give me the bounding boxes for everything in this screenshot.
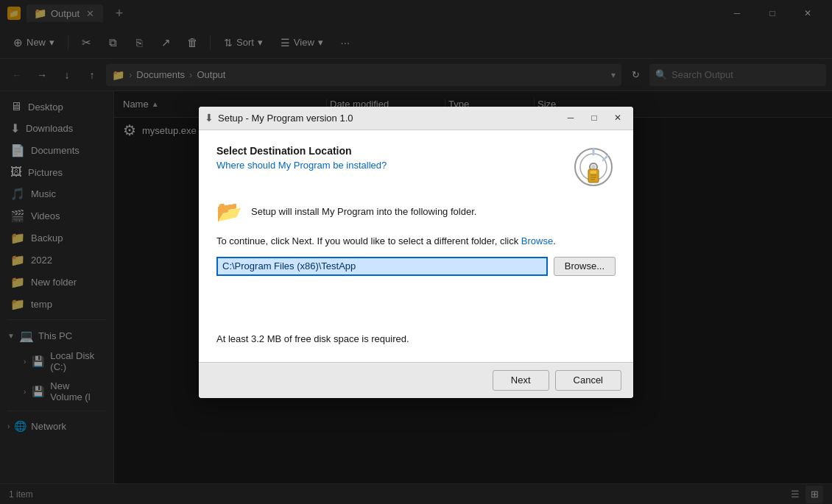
dialog-minimize-icon: ─ [568, 113, 574, 123]
dialog-maximize-button[interactable]: □ [585, 110, 604, 126]
dialog-header-row: Select Destination Location Where should… [216, 145, 616, 189]
dialog-subheading: Where should My Program be installed? [216, 160, 387, 171]
dialog-folder-icon: 📂 [216, 199, 242, 224]
dialog-maximize-icon: □ [591, 113, 596, 123]
dialog-folder-row: 📂 Setup will install My Program into the… [216, 199, 616, 224]
dialog-titlebar: ⬇ Setup - My Program version 1.0 ─ □ ✕ [199, 107, 633, 130]
dialog-path-row: Browse... [216, 257, 616, 276]
dialog-next-button[interactable]: Next [493, 370, 549, 391]
dialog-spacer [216, 282, 616, 326]
svg-rect-5 [590, 171, 596, 174]
cd-svg-icon [574, 147, 613, 187]
dialog-cd-icon [571, 145, 616, 189]
dialog-minimize-button[interactable]: ─ [561, 110, 580, 126]
dialog-overlay: ⬇ Setup - My Program version 1.0 ─ □ ✕ S… [0, 0, 832, 504]
dialog-diskspace: At least 3.2 MB of free disk space is re… [216, 326, 616, 347]
dialog-title-icon: ⬇ [205, 112, 214, 124]
dialog-browse-button[interactable]: Browse... [554, 257, 616, 276]
dialog-footer: Next Cancel [199, 362, 633, 398]
dialog-browse-link[interactable]: Browse [521, 235, 553, 246]
svg-point-3 [591, 165, 596, 169]
dialog-heading: Select Destination Location [216, 145, 387, 157]
dialog-close-icon: ✕ [614, 113, 621, 123]
dialog-path-input[interactable] [216, 257, 548, 276]
dialog-instruction-text: To continue, click Next. If you would li… [216, 235, 521, 246]
setup-dialog: ⬇ Setup - My Program version 1.0 ─ □ ✕ S… [199, 107, 633, 398]
dialog-heading-block: Select Destination Location Where should… [216, 145, 387, 171]
dialog-instruction: To continue, click Next. If you would li… [216, 235, 616, 246]
dialog-cancel-button[interactable]: Cancel [555, 370, 621, 391]
dialog-body-text: Setup will install My Program into the f… [251, 206, 476, 217]
dialog-content: Select Destination Location Where should… [199, 130, 633, 362]
dialog-title-text: Setup - My Program version 1.0 [218, 113, 557, 124]
dialog-close-button[interactable]: ✕ [608, 110, 627, 126]
